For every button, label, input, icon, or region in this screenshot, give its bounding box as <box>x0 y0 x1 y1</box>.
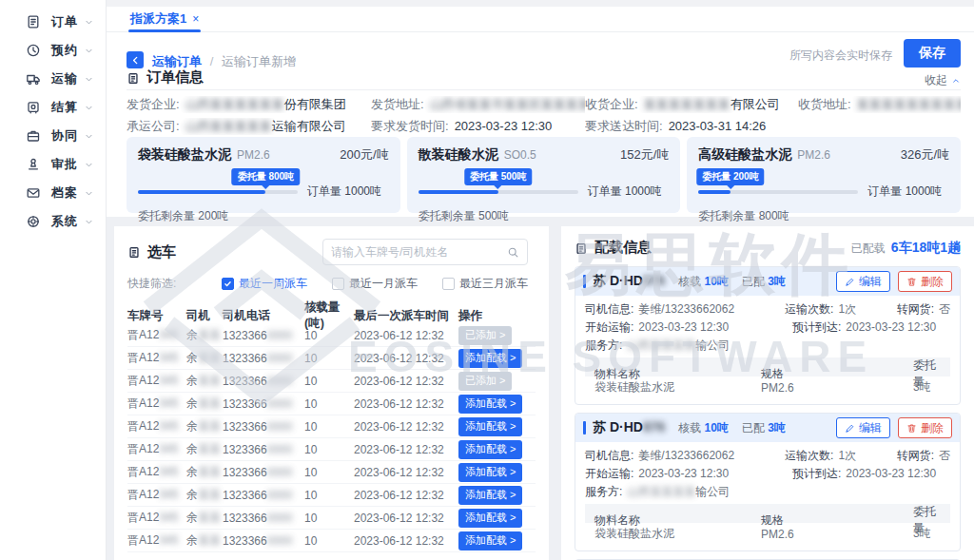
phone-cell: 13233660000 <box>223 534 304 548</box>
plate-masked: 876 <box>643 419 665 434</box>
sidebar-item-结算[interactable]: 结算 <box>0 93 106 122</box>
sidebar-item-label: 系统 <box>51 213 78 230</box>
capacity-cell: 10 <box>304 534 354 548</box>
back-arrow-icon <box>130 55 141 66</box>
sidebar-item-审批[interactable]: 审批 <box>0 150 106 179</box>
load-card: 苏 D·HD876核载 10吨已配 3吨编辑删除司机信息:姜维/13233662… <box>575 413 961 551</box>
add-load-button[interactable]: 添加配载 > <box>458 509 522 528</box>
add-load-button[interactable]: 添加配载 > <box>458 395 522 414</box>
column-header: 司机 <box>186 308 223 324</box>
field-value-masked: 某某某某某某某 <box>644 97 730 111</box>
info-label: 开始运输: <box>585 467 633 480</box>
breadcrumb-link[interactable]: 运输订单 <box>152 54 202 68</box>
sidebar-item-label: 审批 <box>51 156 78 173</box>
field-value-masked: 某某某某某某某某某某 <box>857 97 961 111</box>
load-card-body: 司机信息:姜维/13233662062运输次数:1次转网货:否开始运输:2023… <box>575 296 960 404</box>
driver-cell: 余某某 <box>186 532 223 549</box>
delete-button[interactable]: 删除 <box>898 417 952 438</box>
add-load-button[interactable]: 添加配载 > <box>458 417 522 436</box>
filter-最近一月派车[interactable]: 最近一月派车 <box>332 276 418 292</box>
add-load-button[interactable]: 添加配载 > <box>458 531 522 550</box>
add-load-button[interactable]: 添加配载 > <box>458 349 522 368</box>
plate-masked: 345 <box>159 511 178 524</box>
filter-label-text: 最近一月派车 <box>349 276 418 292</box>
checkbox-icon[interactable] <box>332 278 344 290</box>
capacity-cell: 10 <box>304 397 354 411</box>
filter-最近三月派车[interactable]: 最近三月派车 <box>442 276 528 292</box>
field-label: 收货企业: <box>585 97 638 111</box>
sidebar-item-运输[interactable]: 运输 <box>0 65 106 93</box>
driver-masked: 某某 <box>198 442 221 455</box>
load-card-actions: 编辑删除 <box>836 417 952 438</box>
tab-label: 指派方案1 <box>130 10 186 28</box>
driver-masked: 某某 <box>198 396 221 410</box>
checkbox-icon[interactable] <box>222 278 234 290</box>
sidebar-item-系统[interactable]: 系统 <box>0 207 106 236</box>
product-progress-row: 委托量 200吨订单量 1000吨 <box>698 183 949 200</box>
plate-masked: 345 <box>159 442 178 455</box>
driver-cell: 余某某 <box>186 350 223 366</box>
info-value: 输公司 <box>695 485 730 498</box>
order-field: 发货地址:山西省某某市某某区某某某某某号 某某 <box>371 96 585 113</box>
info-field: 预计到达:2023-03-23 12:30 <box>792 319 936 337</box>
filter-最近一周派车[interactable]: 最近一周派车 <box>222 276 307 292</box>
filter-label-text: 最近一周派车 <box>239 276 307 292</box>
edit-label: 编辑 <box>859 274 882 290</box>
close-icon[interactable]: × <box>192 12 199 26</box>
field-value-masked: 山西某某某某某某 <box>185 97 284 111</box>
gear-icon <box>26 214 41 229</box>
last-dispatch-cell: 2023-06-12 12:32 <box>354 512 458 525</box>
driver-masked: 某某 <box>198 533 221 547</box>
product-spec: PM2.6 <box>797 148 830 162</box>
vehicle-search-input[interactable] <box>331 245 507 259</box>
table-row: 晋A12345余某某13233660000102023-06-12 12:32添… <box>127 393 536 415</box>
edit-button[interactable]: 编辑 <box>836 271 890 292</box>
add-load-button[interactable]: 添加配载 > <box>458 440 522 459</box>
accent-bar <box>583 421 586 434</box>
add-load-button[interactable]: 添加配载 > <box>458 486 522 505</box>
checkbox-icon[interactable] <box>442 278 455 290</box>
plate-cell: 晋A12345 <box>127 396 186 412</box>
load-card: 苏 D·HD876核载 10吨已配 3吨编辑删除司机信息:姜维/13233662… <box>575 266 961 405</box>
plate-masked: 345 <box>159 419 178 433</box>
info-label: 转网货: <box>897 302 934 316</box>
autosave-hint: 所写内容会实时保存 <box>789 48 892 64</box>
delete-button[interactable]: 删除 <box>898 271 952 292</box>
order-total-label: 订单量 1000吨 <box>588 183 662 200</box>
back-button[interactable] <box>127 51 144 68</box>
order-field: 要求发货时间:2023-03-23 12:30 <box>371 118 585 135</box>
capacity-cell: 10 <box>304 512 354 525</box>
save-button[interactable]: 保存 <box>904 39 961 68</box>
driver-masked: 某某 <box>198 374 221 387</box>
sidebar-item-预约[interactable]: 预约 <box>0 36 106 65</box>
order-field: 收货地址:某某某某某某某某某某建材大厦 <box>798 96 961 113</box>
sidebar-item-订单[interactable]: 订单 <box>0 8 106 36</box>
info-row: 服务方:山西某某某某输公司 <box>585 483 950 501</box>
collapse-toggle[interactable]: 收起 <box>925 72 961 88</box>
last-dispatch-cell: 2023-06-12 12:32 <box>354 489 458 502</box>
capacity-badge: 核载 10吨 <box>678 420 729 436</box>
sidebar-item-协同[interactable]: 协同 <box>0 122 106 150</box>
info-value: 姜维/13233662062 <box>638 302 734 316</box>
order-info-section: 运输订单 / 运输订单新增 所写内容会实时保存 保存 收起 订单信息 发货企业:… <box>107 32 974 217</box>
search-icon[interactable] <box>507 246 519 259</box>
sidebar-item-档案[interactable]: 档案 <box>0 179 106 207</box>
table-row: 晋A12345余某某13233660000102023-06-12 12:32已… <box>127 370 536 393</box>
capacity-cell: 10 <box>304 489 354 502</box>
sidebar-item-label: 协同 <box>51 127 78 145</box>
phone-masked: 0000 <box>267 329 293 342</box>
phone-masked: 0000 <box>267 534 293 548</box>
product-card: 袋装硅酸盐水泥PM2.6200元/吨委托量 800吨订单量 1000吨委托剩余量… <box>127 137 400 213</box>
info-field: 司机信息:姜维/13233662062 <box>585 447 785 465</box>
material-table-header: 物料名称规格委托量 <box>585 504 950 523</box>
product-progress-row: 委托量 800吨订单量 1000吨 <box>138 183 389 200</box>
progress-tooltip: 委托量 200吨 <box>696 168 764 185</box>
briefcase-icon <box>26 128 41 144</box>
table-row: 晋A12345余某某13233660000102023-06-12 12:32已… <box>127 324 536 347</box>
delete-label: 删除 <box>921 274 944 290</box>
edit-button[interactable]: 编辑 <box>836 417 890 438</box>
added-badge: 已添加 > <box>458 326 512 345</box>
added-badge: 已添加 > <box>458 372 512 391</box>
tab-dispatch-plan[interactable]: 指派方案1 × <box>128 7 201 31</box>
add-load-button[interactable]: 添加配载 > <box>458 463 522 482</box>
